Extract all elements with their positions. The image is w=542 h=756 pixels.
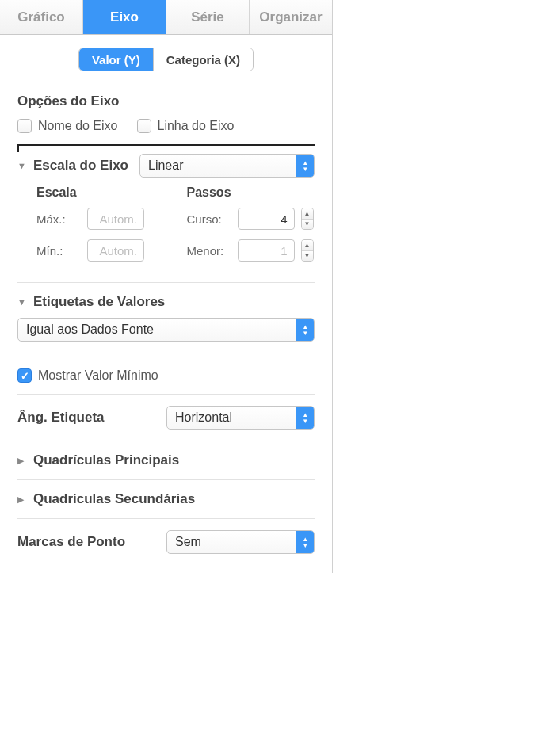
min-field[interactable] bbox=[87, 239, 144, 262]
stepper-up-icon[interactable]: ▲ bbox=[302, 240, 313, 250]
inspector-tabs: Gráfico Eixo Série Organizar bbox=[0, 0, 332, 35]
menor-stepper[interactable]: ▲ ▼ bbox=[301, 239, 314, 262]
tab-eixo[interactable]: Eixo bbox=[83, 0, 166, 34]
section-divider bbox=[17, 394, 315, 395]
disclosure-label: Quadrículas Principais bbox=[33, 452, 179, 468]
tick-marks-select[interactable]: Sem bbox=[166, 530, 315, 554]
min-label: Mín.: bbox=[36, 244, 81, 258]
chevron-down-icon: ▼ bbox=[17, 161, 27, 170]
updown-arrows-icon bbox=[296, 319, 314, 341]
disclosure-escala-do-eixo[interactable]: ▼ Escala do Eixo bbox=[17, 158, 128, 174]
checkbox-label: Nome do Eixo bbox=[38, 119, 118, 133]
section-divider bbox=[17, 282, 315, 283]
curso-stepper[interactable]: ▲ ▼ bbox=[301, 208, 314, 230]
max-field[interactable] bbox=[87, 208, 144, 230]
segment-categoria-x[interactable]: Categoria (X) bbox=[153, 48, 253, 71]
callout-top-bar bbox=[17, 144, 315, 146]
menor-field[interactable] bbox=[238, 239, 295, 262]
disclosure-label: Quadrículas Secundárias bbox=[33, 491, 195, 507]
label-angle-label: Âng. Etiqueta bbox=[17, 410, 152, 426]
tick-marks-label: Marcas de Ponto bbox=[17, 534, 152, 550]
section-divider bbox=[17, 479, 315, 480]
disclosure-label: Etiquetas de Valores bbox=[33, 294, 165, 310]
tab-grafico[interactable]: Gráfico bbox=[0, 0, 83, 34]
curso-label: Curso: bbox=[187, 212, 231, 226]
updown-arrows-icon bbox=[296, 531, 314, 553]
axis-options-title: Opções do Eixo bbox=[17, 94, 315, 109]
select-value: Igual aos Dados Fonte bbox=[26, 323, 154, 337]
tab-serie[interactable]: Série bbox=[166, 0, 250, 34]
chevron-right-icon: ▶ bbox=[17, 456, 27, 466]
axis-scale-select[interactable]: Linear bbox=[139, 154, 315, 178]
stepper-up-icon[interactable]: ▲ bbox=[302, 208, 313, 219]
checkbox-label: Linha do Eixo bbox=[158, 119, 235, 133]
chevron-down-icon: ▼ bbox=[17, 297, 27, 307]
scale-subtitle: Escala bbox=[36, 185, 165, 200]
updown-arrows-icon bbox=[296, 407, 314, 429]
curso-field[interactable] bbox=[238, 208, 295, 230]
checkbox-linha-do-eixo[interactable]: Linha do Eixo bbox=[137, 119, 235, 133]
max-label: Máx.: bbox=[36, 212, 81, 226]
updown-arrows-icon bbox=[296, 155, 314, 177]
checkbox-nome-do-eixo[interactable]: Nome do Eixo bbox=[17, 119, 118, 133]
tab-organizar[interactable]: Organizar bbox=[250, 0, 332, 34]
label-angle-select[interactable]: Horizontal bbox=[166, 406, 315, 430]
disclosure-etiquetas-valores[interactable]: ▼ Etiquetas de Valores bbox=[17, 294, 315, 310]
stepper-down-icon[interactable]: ▼ bbox=[302, 219, 313, 230]
value-labels-select[interactable]: Igual aos Dados Fonte bbox=[17, 318, 315, 342]
checkbox-checked-icon bbox=[17, 368, 32, 383]
disclosure-quadriculas-secundarias[interactable]: ▶ Quadrículas Secundárias bbox=[17, 491, 315, 507]
segment-valor-y[interactable]: Valor (Y) bbox=[79, 48, 153, 71]
section-divider bbox=[17, 441, 315, 441]
checkbox-mostrar-valor-minimo[interactable]: Mostrar Valor Mínimo bbox=[17, 368, 315, 383]
checkbox-label: Mostrar Valor Mínimo bbox=[38, 368, 158, 383]
checkbox-box-icon bbox=[17, 119, 32, 133]
select-value: Sem bbox=[175, 535, 201, 549]
checkbox-box-icon bbox=[137, 119, 151, 133]
disclosure-quadriculas-principais[interactable]: ▶ Quadrículas Principais bbox=[17, 452, 315, 468]
chevron-right-icon: ▶ bbox=[17, 494, 27, 505]
disclosure-label: Escala do Eixo bbox=[33, 158, 128, 174]
menor-label: Menor: bbox=[187, 244, 231, 258]
steps-subtitle: Passos bbox=[187, 185, 315, 200]
select-value: Horizontal bbox=[175, 410, 232, 425]
section-divider bbox=[17, 518, 315, 519]
stepper-down-icon[interactable]: ▼ bbox=[302, 250, 313, 262]
select-value: Linear bbox=[148, 158, 183, 173]
axis-segmented: Valor (Y) Categoria (X) bbox=[78, 48, 254, 71]
